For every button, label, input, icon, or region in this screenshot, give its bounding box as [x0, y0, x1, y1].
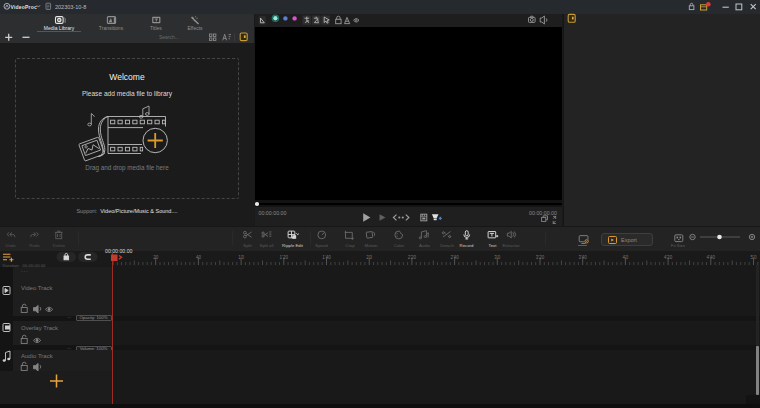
svg-text:5'0: 5'0 — [751, 255, 757, 260]
svg-text:4'0: 4'0 — [622, 255, 628, 260]
svg-text:40: 40 — [196, 255, 202, 260]
svg-text:1'0: 1'0 — [238, 255, 244, 260]
svg-text:3'0: 3'0 — [494, 255, 500, 260]
svg-text:1'40: 1'40 — [322, 255, 331, 260]
svg-text:4'20: 4'20 — [664, 255, 673, 260]
svg-text:1'20: 1'20 — [280, 255, 289, 260]
svg-text:4'40: 4'40 — [707, 255, 716, 260]
svg-text:3'40: 3'40 — [579, 255, 588, 260]
svg-text:20: 20 — [153, 255, 159, 260]
svg-text:3'20: 3'20 — [536, 255, 545, 260]
svg-text:2'0: 2'0 — [366, 255, 372, 260]
svg-text:2'20: 2'20 — [408, 255, 417, 260]
svg-text:2'40: 2'40 — [450, 255, 459, 260]
